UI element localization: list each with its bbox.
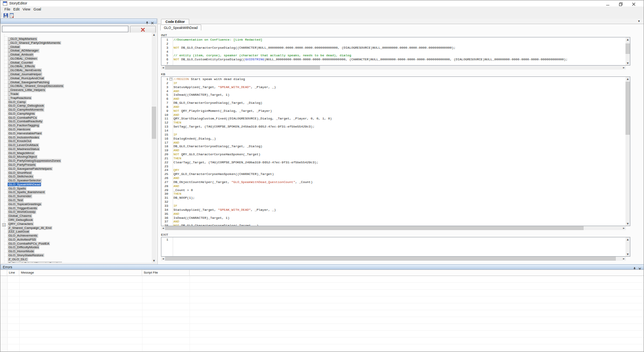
scroll-down-icon[interactable]: ▼ <box>625 61 630 65</box>
tree-item[interactable]: GLO_SpeakWithDead <box>1 180 157 184</box>
tree-item[interactable]: ZZZ_LastGoal <box>1 227 157 231</box>
tree-item[interactable]: GLO_MadnessStatus <box>1 144 157 148</box>
scroll-right-icon[interactable]: ► <box>622 66 626 70</box>
init-vertical-scrollbar[interactable]: ▲ ▼ <box>625 37 630 65</box>
menu-edit[interactable]: Edit <box>12 7 21 12</box>
tree-item[interactable]: GLO_StoryStateRestore <box>1 251 157 255</box>
init-horizontal-scrollbar[interactable]: ◄ ► <box>161 66 626 70</box>
search-input[interactable] <box>2 26 128 32</box>
tree-item[interactable]: GLO_InclusionNodes <box>1 133 157 137</box>
tree-item[interactable]: _Greevers_Little_Helpers <box>1 85 157 89</box>
kb-hscrollbar-thumb[interactable] <box>165 226 584 230</box>
scroll-up-icon[interactable]: ▲ <box>152 33 156 37</box>
pin-icon[interactable] <box>145 19 150 24</box>
kb-scrollbar-thumb[interactable] <box>625 82 630 135</box>
tree-item[interactable]: Z_Shared_TutorialCharacterCreation <box>1 259 157 263</box>
error-row[interactable] <box>0 331 644 338</box>
exit-hscrollbar-thumb[interactable] <box>165 257 616 261</box>
tab-list-dropdown-icon[interactable]: ▼ <box>638 20 640 23</box>
error-row[interactable] <box>0 283 644 290</box>
init-hscrollbar-thumb[interactable] <box>165 66 320 70</box>
init-scrollbar-thumb[interactable] <box>625 43 630 54</box>
tree-vertical-scrollbar[interactable]: ▲ ▼ <box>152 33 156 263</box>
expand-plus-icon[interactable]: + <box>2 223 6 226</box>
tree-item[interactable]: GLO_LeverOnAttack <box>1 140 157 144</box>
scroll-left-icon[interactable]: ◄ <box>161 257 165 261</box>
tree-item[interactable]: GLO_Skillchecks <box>1 172 157 176</box>
tree-item[interactable]: _Global_Counter <box>1 58 157 62</box>
scroll-up-icon[interactable]: ▲ <box>625 37 630 41</box>
close-button[interactable] <box>628 0 639 6</box>
tree-item[interactable]: GLO_Achievements <box>1 231 157 235</box>
error-row[interactable] <box>0 303 644 310</box>
tree-scrollbar-thumb[interactable] <box>152 107 156 139</box>
kb-horizontal-scrollbar[interactable]: ◄ ► <box>161 226 626 230</box>
kb-editor[interactable]: 1−//REGION Start speak with dead dialog2… <box>161 76 630 226</box>
tree-item[interactable]: _Global <box>1 42 157 46</box>
error-row[interactable] <box>0 276 644 283</box>
tree-item[interactable]: GLO_SavegamePatchHelpers <box>1 164 157 168</box>
tree-item[interactable]: GLO_WorldGossip <box>1 207 157 211</box>
tree-item[interactable]: _Global_ADManager <box>1 46 157 50</box>
tree-item[interactable]: GLO_DifficultyModes <box>1 243 157 247</box>
tree-item[interactable]: GLO_CombatNPCs_PostEA <box>1 239 157 243</box>
tree-item[interactable]: GLO_Hardcore <box>1 125 157 129</box>
tab-code-editor[interactable]: Code Editor <box>161 19 189 24</box>
tree-item[interactable]: _Global_Ambush <box>1 50 157 54</box>
tree-item[interactable]: Z_GLO_DLC <box>1 255 157 259</box>
tree-item[interactable]: _GLOBAL_ItemEvents <box>1 66 157 70</box>
tree-item[interactable]: GLO_Camp_Debugbook <box>1 101 157 105</box>
error-row[interactable] <box>0 344 644 351</box>
tree-item[interactable]: GLO_MagicMirror <box>1 148 157 152</box>
scroll-down-icon[interactable]: ▼ <box>625 222 630 226</box>
column-header-script-file[interactable]: Script File <box>142 270 190 276</box>
error-row[interactable] <box>0 324 644 331</box>
tree-item[interactable]: _GLO_MapMarkers <box>1 34 157 38</box>
tree-item[interactable]: GLO_CombatReactivity <box>1 117 157 121</box>
menu-file[interactable]: File <box>3 7 12 12</box>
tree-item[interactable]: GLO_Surrender <box>1 191 157 196</box>
tree-item[interactable]: GLO_Test <box>1 196 157 200</box>
tree-item[interactable]: GLO_ActivitiesPS5 <box>1 235 157 239</box>
tree-item[interactable]: GLO_HonorMode <box>1 247 157 251</box>
error-row[interactable] <box>0 296 644 303</box>
tree-item[interactable]: _GLOBAL_Effects <box>1 62 157 66</box>
init-editor[interactable]: 1//Documentation on Confluence: [Link Re… <box>161 37 630 66</box>
column-header-line[interactable]: Line <box>7 270 19 276</box>
tree-item[interactable]: _Global_JournalHelper <box>1 70 157 74</box>
tree-item[interactable]: GLO_FactionTagging <box>1 121 157 125</box>
tree-item[interactable]: GLO_Camp <box>1 97 157 101</box>
error-row[interactable] <box>0 310 644 317</box>
save-icon[interactable] <box>3 12 10 18</box>
kb-vertical-scrollbar[interactable]: ▲ ▼ <box>625 77 630 226</box>
tree-item[interactable]: GLO_SpeakerSelector <box>1 176 157 180</box>
tree-item[interactable]: QRY_Characters <box>1 219 157 223</box>
exit-horizontal-scrollbar[interactable]: ◄ ► <box>161 257 626 261</box>
tree-item[interactable]: _GLOBAL_Shared_GroupDiscussions <box>1 81 157 85</box>
pin-icon[interactable] <box>633 265 637 270</box>
exit-vertical-scrollbar[interactable]: ▲ ▼ <box>625 237 630 256</box>
script-file-icon[interactable] <box>9 12 16 18</box>
tree-item[interactable]: _GLO_Shared_PartyOriginMoments <box>1 38 157 42</box>
tree-item[interactable]: GLO_PartyDialogSuppressionZones <box>1 156 157 160</box>
scroll-up-icon[interactable]: ▲ <box>625 237 630 241</box>
tree-item[interactable]: GLO_TopicalGreetings <box>1 200 157 204</box>
tree-item[interactable]: GLO_MovingObject <box>1 152 157 156</box>
tree-item[interactable]: GLO_CampNights <box>1 109 157 113</box>
tree-item[interactable]: _TrapReactions <box>1 93 157 97</box>
scroll-right-icon[interactable]: ► <box>622 226 626 230</box>
minimize-button[interactable] <box>603 0 613 6</box>
column-header-message[interactable]: Message <box>19 270 142 276</box>
tree-item[interactable]: +Z_Shared_Campaign_At_End <box>1 223 157 227</box>
tab-goal-document[interactable]: GLO_SpeakWithDead <box>160 25 201 31</box>
tree-item[interactable]: GLO_CampfireMoments <box>1 105 157 109</box>
scroll-right-icon[interactable]: ► <box>622 257 626 261</box>
tree-item[interactable]: GLO_CombatNPCs <box>1 113 157 117</box>
tree-item[interactable]: GLO_ShortRest <box>1 168 157 172</box>
tree-item[interactable]: _Trade <box>1 89 157 93</box>
tree-item[interactable]: GLO_KnockOut <box>1 136 157 140</box>
restore-button[interactable] <box>615 0 626 6</box>
tree-item[interactable]: Global_Chasms <box>1 211 157 215</box>
tree-item[interactable]: _GLOBAL_Children <box>1 54 157 58</box>
scroll-down-icon[interactable]: ▼ <box>625 252 630 256</box>
